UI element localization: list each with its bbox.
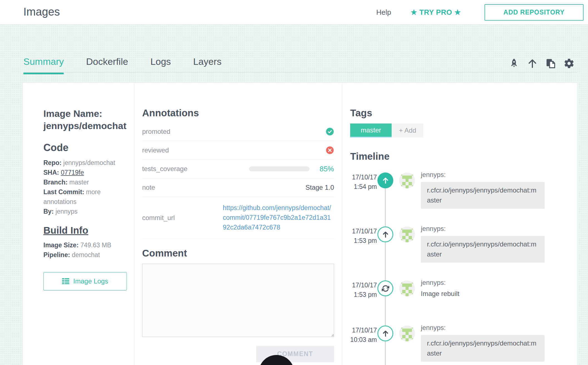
column-divider (342, 83, 342, 365)
tab-bar: Summary Dockerfile Logs Layers (23, 56, 244, 74)
by-row: By: jennyps (43, 207, 127, 216)
copy-docs-icon[interactable] (545, 58, 556, 69)
identicon-avatar (399, 280, 415, 296)
annotation-row-commit-url: commit_url https://github.com/jennyps/de… (142, 197, 334, 239)
tests-coverage-bar (249, 166, 310, 171)
x-circle-icon (326, 146, 334, 154)
column-divider (134, 83, 134, 365)
timeline-message: r.cfcr.io/jennyps/jennyps/demochat:maste… (421, 182, 545, 209)
last-commit-row: Last Commit: more annotations (43, 187, 127, 207)
code-info: Repo: jennyps/demochat SHA: 07719fe Bran… (43, 158, 127, 216)
push-event-icon (377, 172, 393, 188)
annotation-key: tests_coverage (142, 165, 187, 173)
annotations-heading: Annotations (142, 107, 334, 119)
timeline-user: jennyps: (421, 279, 570, 287)
annotation-row-promoted: promoted (142, 122, 334, 141)
commit-url-link[interactable]: https://github.com/jennyps/demochat/comm… (223, 203, 334, 232)
timeline-message: Image rebuilt (421, 290, 570, 298)
timeline-user: jennyps: (421, 171, 570, 179)
rocket-icon[interactable] (508, 58, 520, 69)
check-circle-icon (326, 127, 334, 136)
push-event-icon (377, 325, 393, 341)
build-info-heading: Build Info (43, 225, 127, 236)
rebuild-event-icon (377, 280, 393, 296)
comment-heading: Comment (142, 248, 334, 259)
timeline-entry: 17/10/171:53 pm jennyps: r.cfcr.io/jenny… (350, 225, 570, 264)
list-icon (62, 278, 69, 285)
settings-gear-icon[interactable] (564, 58, 575, 69)
timeline-message: r.cfcr.io/jennyps/jennyps/demochat:maste… (421, 335, 545, 362)
timeline-date: 17/10/171:53 pm (348, 226, 377, 245)
code-heading: Code (43, 142, 127, 154)
timeline-date: 17/10/1710:03 am (348, 325, 377, 344)
timeline-user: jennyps: (421, 225, 570, 233)
pipeline-row: Pipeline: demochat (43, 250, 127, 260)
annotation-row-tests-coverage: tests_coverage 85% (142, 160, 334, 178)
build-info: Image Size: 749.63 MB Pipeline: demochat (43, 240, 127, 260)
image-logs-label: Image Logs (73, 277, 108, 285)
try-pro-link[interactable]: ★ TRY PRO ★ (411, 8, 461, 17)
identicon-avatar (399, 172, 415, 188)
push-image-icon[interactable] (527, 58, 538, 69)
repo-row: Repo: jennyps/demochat (43, 158, 127, 168)
identicon-avatar (399, 325, 415, 341)
tags-heading: Tags (350, 107, 570, 119)
annotation-key: commit_url (142, 214, 175, 222)
image-toolbar (508, 58, 575, 69)
image-name-label: Image Name: (43, 107, 127, 120)
annotation-key: promoted (142, 128, 170, 135)
annotation-key: note (142, 184, 155, 191)
annotation-key: reviewed (142, 146, 169, 154)
comment-textarea[interactable] (142, 264, 334, 337)
add-tag-button[interactable]: + Add (392, 124, 423, 137)
annotation-row-note: note Stage 1.0 (142, 178, 334, 197)
tab-layers[interactable]: Layers (193, 56, 221, 74)
image-name-value: jennyps/demochat (43, 120, 127, 132)
annotations-column: Annotations promoted reviewed tests_cove… (142, 107, 334, 362)
timeline: 17/10/171:54 pm jennyps: r.cfcr.io/jenny… (350, 171, 570, 363)
image-info-column: Image Name: jennyps/demochat Code Repo: … (43, 107, 127, 290)
sha-row: SHA: 07719fe (43, 168, 127, 177)
push-event-icon (377, 226, 393, 242)
tab-logs[interactable]: Logs (150, 56, 171, 74)
tag-chips: master + Add (350, 124, 570, 137)
tag-master[interactable]: master (350, 124, 392, 137)
comment-actions: COMMENT (142, 346, 334, 362)
timeline-entry: 17/10/1710:03 am jennyps: r.cfcr.io/jenn… (350, 324, 570, 363)
timeline-date: 17/10/171:54 pm (348, 172, 377, 191)
top-bar-actions: Help ★ TRY PRO ★ ADD REPOSITORY (376, 0, 584, 24)
timeline-date: 17/10/171:53 pm (348, 280, 377, 299)
annotation-value: Stage 1.0 (305, 184, 334, 191)
annotation-row-reviewed: reviewed (142, 141, 334, 160)
tab-summary[interactable]: Summary (23, 56, 64, 74)
tags-timeline-column: Tags master + Add Timeline 17/10/171:54 … (350, 107, 570, 365)
images-page: Images Help ★ TRY PRO ★ ADD REPOSITORY S… (0, 0, 588, 365)
help-link[interactable]: Help (376, 8, 391, 17)
coverage-indicator: 85% (249, 165, 334, 173)
timeline-entry: 17/10/171:53 pm jennyps: Image rebuilt (350, 279, 570, 304)
tests-coverage-value: 85% (317, 165, 334, 173)
timeline-user: jennyps: (421, 324, 570, 332)
top-bar: Images Help ★ TRY PRO ★ ADD REPOSITORY (0, 0, 588, 24)
summary-card: Image Name: jennyps/demochat Code Repo: … (23, 83, 577, 365)
tab-dockerfile[interactable]: Dockerfile (86, 56, 128, 74)
page-title: Images (23, 6, 60, 18)
image-logs-button[interactable]: Image Logs (43, 272, 127, 290)
sha-link[interactable]: 07719fe (61, 169, 84, 176)
branch-row: Branch: master (43, 177, 127, 187)
timeline-entry: 17/10/171:54 pm jennyps: r.cfcr.io/jenny… (350, 171, 570, 210)
identicon-avatar (399, 226, 415, 242)
timeline-message: r.cfcr.io/jennyps/jennyps/demochat:maste… (421, 236, 545, 263)
timeline-heading: Timeline (350, 151, 570, 162)
image-size-row: Image Size: 749.63 MB (43, 240, 127, 250)
add-repository-button[interactable]: ADD REPOSITORY (485, 4, 584, 21)
